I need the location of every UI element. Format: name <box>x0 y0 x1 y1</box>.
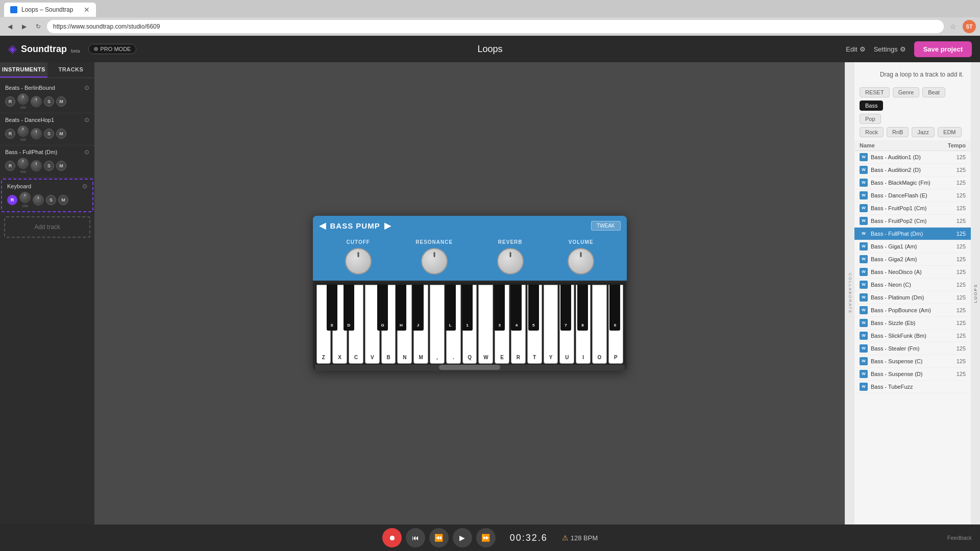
prev-instrument-button[interactable]: ◀ <box>319 220 326 231</box>
feedback-link[interactable]: Feedback <box>947 535 972 541</box>
black-key-g[interactable]: G <box>377 285 388 331</box>
edm-button[interactable]: EDM <box>938 127 961 137</box>
loop-row[interactable]: W Bass - Stealer (Fm) 125 <box>854 342 971 355</box>
loop-row[interactable]: W Bass - BlackMagic (Fm) 125 <box>854 177 971 189</box>
key-w[interactable]: W <box>478 285 493 364</box>
track-settings-icon[interactable]: ⊙ <box>84 148 89 156</box>
pan-knob[interactable] <box>31 96 42 107</box>
add-track-area[interactable]: Add track <box>4 216 90 238</box>
key-o[interactable]: O <box>592 285 607 364</box>
next-instrument-button[interactable]: ▶ <box>384 220 391 231</box>
resonance-knob[interactable] <box>421 248 448 274</box>
black-key-j[interactable]: J <box>412 285 423 331</box>
loop-row[interactable]: W Bass - NeoDisco (A) 125 <box>854 266 971 279</box>
pan-knob[interactable] <box>31 160 42 171</box>
loop-row[interactable]: W Bass - PopBounce (Am) 125 <box>854 304 971 317</box>
tab-instruments[interactable]: INSTRUMENTS <box>0 62 47 78</box>
fast-forward-button[interactable]: ⏩ <box>476 528 496 547</box>
black-key-0[interactable]: 0 <box>609 285 620 331</box>
record-button-active[interactable]: R <box>7 195 17 205</box>
play-button[interactable]: ▶ <box>453 528 472 547</box>
solo-button[interactable]: S <box>46 195 56 205</box>
tab-close-button[interactable]: ✕ <box>84 6 90 14</box>
reverb-knob[interactable] <box>497 248 524 274</box>
loop-row[interactable]: W Bass - Suspense (C) 125 <box>854 355 971 368</box>
volume-knob[interactable] <box>17 126 29 137</box>
volume-knob[interactable] <box>17 158 29 169</box>
volume-knob[interactable] <box>19 192 31 203</box>
beat-button[interactable]: Beat <box>922 87 945 97</box>
loop-row[interactable]: W Bass - Suspense (D) 125 <box>854 368 971 381</box>
black-key-5[interactable]: 5 <box>528 285 539 331</box>
black-key-1[interactable]: 1 <box>462 285 473 331</box>
volume-knob[interactable] <box>17 93 29 105</box>
record-button[interactable]: R <box>5 129 15 139</box>
genre-button[interactable]: Genre <box>893 87 920 97</box>
mute-button[interactable]: M <box>58 195 68 205</box>
jazz-button[interactable]: Jazz <box>912 127 935 137</box>
back-button[interactable]: ◀ <box>4 21 15 32</box>
loop-row[interactable]: W Bass - Platinum (Dm) 125 <box>854 291 971 304</box>
pan-knob[interactable] <box>31 128 42 139</box>
mute-button[interactable]: M <box>56 96 66 107</box>
reset-button[interactable]: RESET <box>860 87 890 97</box>
pop-button[interactable]: Pop <box>860 114 881 124</box>
active-tab[interactable]: Loops – Soundtrap ✕ <box>4 3 96 17</box>
black-key-l[interactable]: L <box>445 285 456 331</box>
volume-knob-inst[interactable] <box>568 248 594 274</box>
key-y[interactable]: Y <box>544 285 558 364</box>
black-key-h[interactable]: H <box>396 285 406 331</box>
mute-button[interactable]: M <box>56 129 66 139</box>
black-key-d[interactable]: D <box>344 285 354 331</box>
black-key-7[interactable]: 7 <box>560 285 571 331</box>
solo-button[interactable]: S <box>44 129 54 139</box>
record-button[interactable]: R <box>5 96 15 107</box>
track-settings-icon[interactable]: ⊙ <box>84 84 89 91</box>
loop-row[interactable]: W Bass - SlickFunk (Bm) 125 <box>854 330 971 342</box>
track-settings-icon[interactable]: ⊙ <box>84 116 89 123</box>
pan-knob[interactable] <box>33 194 44 206</box>
loop-row[interactable]: W Bass - FullPhat (Dm) 125 <box>854 228 971 240</box>
record-button[interactable]: R <box>5 161 15 171</box>
rock-button[interactable]: Rock <box>860 127 884 137</box>
tab-tracks[interactable]: TRACKS <box>47 62 94 78</box>
loop-row[interactable]: W Bass - Giga2 (Am) 125 <box>854 253 971 266</box>
bass-button[interactable]: Bass <box>860 101 883 111</box>
loop-row[interactable]: W Bass - TubeFuzz <box>854 381 971 393</box>
loop-row[interactable]: W Bass - DanceFlash (E) 125 <box>854 189 971 202</box>
rnb-button[interactable]: RnB <box>887 127 909 137</box>
forward-button[interactable]: ▶ <box>18 21 30 32</box>
record-transport-button[interactable]: ⏺ <box>382 528 402 547</box>
black-key-s[interactable]: S <box>327 285 337 331</box>
mute-button[interactable]: M <box>56 161 66 171</box>
pro-mode-badge[interactable]: PRO MODE <box>88 44 137 54</box>
black-key-3[interactable]: 3 <box>494 285 505 331</box>
solo-button[interactable]: S <box>44 96 54 107</box>
rewind-button[interactable]: ⏪ <box>429 528 449 547</box>
edit-link[interactable]: Edit ⚙ <box>846 45 865 53</box>
refresh-button[interactable]: ↻ <box>33 21 44 32</box>
settings-link[interactable]: Settings ⚙ <box>874 45 906 53</box>
loop-row[interactable]: W Bass - Audition1 (D) 125 <box>854 151 971 164</box>
keyboard-scroll-thumb[interactable] <box>439 365 500 370</box>
solo-button[interactable]: S <box>44 161 54 171</box>
track-settings-icon[interactable]: ⊙ <box>82 183 87 190</box>
black-key-8[interactable]: 8 <box>577 285 588 331</box>
save-project-button[interactable]: Save project <box>914 41 972 57</box>
loop-row[interactable]: W Bass - Neon (C) 125 <box>854 279 971 291</box>
black-key-4[interactable]: 4 <box>511 285 522 331</box>
profile-avatar[interactable]: ST <box>963 20 976 33</box>
tweak-button[interactable]: TWEAK <box>591 221 621 231</box>
key-comma[interactable]: , <box>430 285 445 364</box>
loop-row[interactable]: W Bass - Sizzle (Eb) 125 <box>854 317 971 330</box>
keyboard-scrollbar[interactable] <box>315 365 625 371</box>
bookmark-icon[interactable]: ☆ <box>950 22 957 31</box>
loop-row[interactable]: W Bass - FruitPop1 (Cm) 125 <box>854 202 971 215</box>
loops-tab[interactable]: LOOPS <box>971 62 980 524</box>
cutoff-knob[interactable] <box>345 248 372 274</box>
loop-row[interactable]: W Bass - FruitPop2 (Cm) 125 <box>854 215 971 228</box>
loop-row[interactable]: W Bass - Giga1 (Am) 125 <box>854 240 971 253</box>
rewind-to-start-button[interactable]: ⏮ <box>406 528 425 547</box>
collaborate-tab[interactable]: COLLABORATE <box>845 62 854 524</box>
loop-row[interactable]: W Bass - Audition2 (D) 125 <box>854 164 971 177</box>
